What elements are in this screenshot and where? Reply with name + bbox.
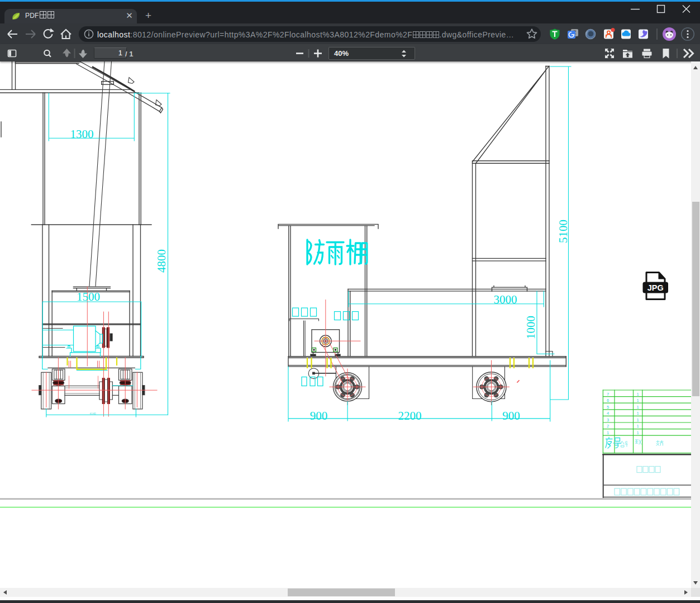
svg-text:3: 3 (607, 417, 609, 422)
svg-text:900: 900 (310, 409, 328, 422)
svg-text:1: 1 (636, 411, 639, 416)
svg-text:JPG: JPG (647, 283, 664, 292)
svg-text:1: 1 (636, 430, 639, 435)
svg-text:900: 900 (502, 409, 520, 422)
svg-text:1500: 1500 (77, 290, 100, 303)
svg-text:1: 1 (636, 417, 639, 422)
svg-text:1: 1 (607, 430, 609, 435)
svg-text:1: 1 (636, 392, 639, 397)
svg-text:5100: 5100 (556, 220, 570, 243)
svg-text:2200: 2200 (398, 409, 422, 422)
svg-text:2: 2 (607, 424, 609, 429)
svg-text:1: 1 (636, 398, 639, 403)
svg-text:7: 7 (607, 392, 609, 397)
svg-text:4: 4 (607, 411, 609, 416)
svg-text:5: 5 (607, 405, 609, 410)
svg-text:1000: 1000 (524, 316, 537, 339)
svg-text:6: 6 (607, 398, 609, 403)
svg-text:1: 1 (636, 405, 639, 410)
svg-text:1: 1 (636, 424, 639, 429)
svg-text:1300: 1300 (70, 127, 94, 141)
svg-text:4140: 4140 (90, 412, 96, 415)
svg-text:3000: 3000 (494, 293, 517, 306)
svg-text:4800: 4800 (155, 249, 168, 273)
